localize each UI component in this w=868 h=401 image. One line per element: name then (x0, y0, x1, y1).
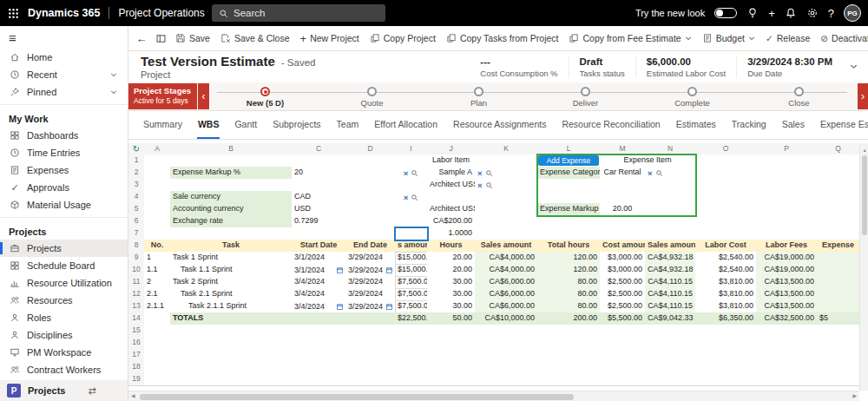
column-header-M[interactable]: M (600, 143, 646, 155)
cell-C19[interactable] (292, 373, 346, 386)
vertical-scroll-thumb[interactable] (862, 155, 867, 235)
column-header-L[interactable]: L (537, 143, 601, 155)
cell-A17[interactable] (144, 349, 171, 362)
cell-B14[interactable]: TOTALS (170, 312, 293, 325)
cell-P9[interactable]: CA$19,000.00 (756, 252, 818, 265)
cell-C18[interactable] (292, 361, 346, 374)
vertical-scrollbar[interactable]: ▲ (859, 143, 868, 391)
cell-O4[interactable] (695, 191, 757, 204)
cell-B5[interactable]: Accounting currency (170, 203, 293, 216)
save-button[interactable]: Save (170, 26, 215, 50)
cell-O6[interactable] (695, 215, 757, 228)
cell-D14[interactable] (345, 312, 396, 325)
cell-P8[interactable]: Labor Fees (756, 240, 818, 253)
cell-B16[interactable] (170, 337, 293, 350)
user-avatar[interactable]: PG (844, 4, 861, 22)
cell-D3[interactable] (345, 179, 396, 192)
copy-tasks-from-project-button[interactable]: Copy Tasks from Project (441, 26, 564, 50)
sidebar-item-resource-utilization[interactable]: Resource Utilization (0, 274, 128, 292)
cell-M1[interactable]: Expense Item (600, 154, 696, 168)
cell-J8[interactable]: Hours (427, 240, 476, 253)
cell-M6[interactable] (600, 215, 646, 228)
cell-Q12[interactable] (817, 288, 860, 301)
cell-A15[interactable] (144, 325, 171, 338)
cell-D12[interactable]: 3/29/2024 (345, 288, 396, 301)
new-project-button[interactable]: +New Project (295, 26, 365, 50)
cell-Q18[interactable] (817, 361, 860, 374)
cell-C11[interactable]: 3/4/2024 (292, 276, 346, 289)
tab-estimates[interactable]: Estimates (675, 119, 717, 139)
cell-L18[interactable] (537, 361, 601, 374)
cell-Q19[interactable] (817, 373, 860, 386)
release-button[interactable]: ✓Release (760, 26, 815, 50)
cell-B1[interactable] (170, 154, 293, 168)
cell-O14[interactable]: $6,350.00 (695, 312, 757, 325)
row-header-14[interactable]: 14 (128, 312, 145, 325)
back-button[interactable]: ← (132, 26, 151, 50)
row-header-16[interactable]: 16 (128, 337, 145, 350)
cell-D1[interactable] (345, 154, 396, 168)
row-header-10[interactable]: 10 (128, 264, 145, 277)
cell-I9[interactable]: $15,000.00 (395, 252, 428, 265)
tab-summary[interactable]: Summary (142, 119, 183, 139)
cell-L4[interactable] (537, 191, 601, 204)
cell-C17[interactable] (292, 349, 346, 362)
column-header-C[interactable]: C (292, 143, 346, 155)
cell-P18[interactable] (756, 361, 818, 374)
cell-L14[interactable]: 200.00 (537, 312, 601, 325)
cell-D11[interactable]: 3/29/2024 (345, 276, 396, 289)
horizontal-scrollbar[interactable]: ◀ ▶ (128, 391, 859, 401)
cell-N10[interactable]: CA$4,932.18 (645, 264, 696, 277)
cell-K13[interactable]: CA$6,000.00 (475, 300, 538, 313)
cell-J1[interactable]: Labor Item (427, 154, 476, 168)
cell-A12[interactable]: 2.1 (144, 288, 171, 301)
cell-Q5[interactable] (817, 203, 860, 216)
cell-B2[interactable]: Expense Markup % (170, 167, 293, 180)
cell-B12[interactable]: Task 2.1 Sprint (170, 288, 293, 301)
bpf-stage-deliver[interactable]: Deliver (532, 83, 639, 109)
calendar-icon[interactable] (336, 303, 344, 311)
cell-L11[interactable]: 80.00 (537, 276, 601, 289)
cell-I18[interactable] (395, 361, 428, 374)
cell-L5[interactable]: Expense Markup % (537, 203, 601, 216)
cell-P16[interactable] (756, 337, 818, 350)
cell-P11[interactable]: CA$13,500.00 (756, 276, 818, 289)
cell-P15[interactable] (756, 325, 818, 338)
cell-D18[interactable] (345, 361, 396, 374)
cell-C1[interactable] (292, 154, 346, 168)
cell-I13[interactable]: $7,500.00 (395, 300, 428, 313)
cell-D15[interactable] (345, 325, 396, 338)
lookup-search-icon[interactable] (485, 169, 493, 177)
cell-J12[interactable]: 30.00 (427, 288, 476, 301)
row-header-18[interactable]: 18 (128, 361, 145, 374)
cell-N7[interactable] (645, 227, 696, 240)
cell-K10[interactable]: CA$4,000.00 (475, 264, 538, 277)
collapse-header-icon[interactable] (850, 64, 858, 69)
cell-C4[interactable]: CAD (292, 191, 346, 204)
sidebar-item-approvals[interactable]: ✓Approvals (0, 179, 128, 196)
cell-P6[interactable] (756, 215, 818, 228)
cell-A8[interactable]: No. (144, 240, 171, 253)
cell-L16[interactable] (537, 337, 601, 350)
cell-M3[interactable] (600, 179, 646, 192)
cell-P2[interactable] (756, 167, 818, 180)
cell-P1[interactable] (756, 154, 818, 168)
cell-Q17[interactable] (817, 349, 860, 362)
row-header-6[interactable]: 6 (128, 215, 145, 228)
cell-A19[interactable] (144, 373, 171, 386)
column-header-A[interactable]: A (144, 143, 171, 155)
cell-A2[interactable] (144, 167, 171, 180)
cell-L1[interactable]: Add Expense (537, 154, 601, 168)
cell-C15[interactable] (292, 325, 346, 338)
cell-K11[interactable]: CA$6,000.00 (475, 276, 538, 289)
quick-create-icon[interactable]: + (768, 8, 775, 19)
cell-J3[interactable]: Architect USSI (427, 179, 476, 192)
row-header-5[interactable]: 5 (128, 203, 145, 216)
cell-J15[interactable] (427, 325, 476, 338)
cell-N19[interactable] (645, 373, 696, 386)
cell-C14[interactable] (292, 312, 346, 325)
cell-K4[interactable] (475, 191, 538, 204)
cell-A7[interactable] (144, 227, 171, 240)
sidebar-item-time-entries[interactable]: Time Entries (0, 144, 128, 161)
cell-A16[interactable] (144, 337, 171, 350)
